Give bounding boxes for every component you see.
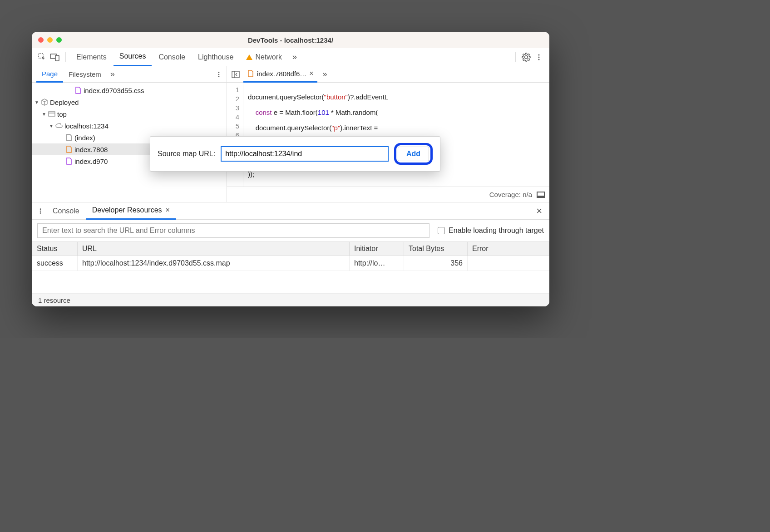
close-tab-icon[interactable]: × [309, 69, 313, 78]
table-row-empty [32, 271, 549, 294]
col-url[interactable]: URL [78, 242, 350, 256]
more-editor-tabs-icon[interactable]: » [319, 69, 331, 79]
col-initiator[interactable]: Initiator [350, 242, 404, 256]
col-total-bytes[interactable]: Total Bytes [404, 242, 468, 256]
more-subtabs-icon[interactable]: » [107, 69, 118, 79]
svg-point-15 [40, 212, 41, 214]
source-map-label: Source map URL: [158, 150, 215, 158]
tree-host[interactable]: ▼ localhost:1234 [32, 120, 227, 132]
enable-loading-checkbox[interactable]: Enable loading through target [438, 227, 544, 235]
close-drawer-tab-icon[interactable]: × [166, 206, 170, 214]
add-button[interactable]: Add [398, 147, 429, 161]
chevron-down-icon: ▼ [42, 112, 46, 117]
col-status[interactable]: Status [32, 242, 78, 256]
drawer-tabs: Console Developer Resources × × [32, 202, 549, 220]
toggle-navigator-icon[interactable] [230, 69, 242, 80]
kebab-menu-icon[interactable] [533, 51, 545, 63]
minimize-window-button[interactable] [47, 37, 53, 43]
navigator-menu-icon[interactable] [213, 69, 225, 80]
drawer-menu-icon[interactable] [35, 205, 46, 217]
zoom-window-button[interactable] [56, 37, 62, 43]
drawer-statusbar: 1 resource [32, 294, 549, 306]
svg-rect-9 [49, 112, 55, 116]
coverage-toggle-icon[interactable] [537, 192, 545, 198]
subtab-page[interactable]: Page [36, 66, 63, 83]
file-icon [65, 146, 73, 153]
device-toggle-icon[interactable] [49, 51, 61, 63]
svg-rect-2 [55, 55, 59, 61]
source-map-url-input[interactable] [221, 146, 389, 162]
navigator-pane: Page Filesystem » index.d9703d55.css ▼ D… [32, 66, 227, 202]
svg-point-3 [538, 54, 540, 55]
devtools-window: DevTools - localhost:1234/ Elements Sour… [32, 32, 549, 306]
editor-tab-active[interactable]: index.7808df6… × [243, 66, 317, 83]
tab-console[interactable]: Console [153, 48, 191, 66]
tab-elements[interactable]: Elements [70, 48, 113, 66]
drawer-toolbar: Enable loading through target [32, 220, 549, 241]
col-error[interactable]: Error [468, 242, 549, 256]
window-controls [38, 37, 62, 43]
chevron-down-icon: ▼ [35, 100, 39, 105]
drawer: Console Developer Resources × × Enable l… [32, 202, 549, 306]
tab-network[interactable]: Network [240, 48, 288, 66]
coverage-label: Coverage: n/a [489, 191, 532, 198]
search-input[interactable] [37, 223, 429, 238]
svg-point-13 [40, 208, 41, 210]
file-icon [65, 134, 73, 141]
frame-icon [48, 110, 55, 118]
editor-pane: index.7808df6… × » 1234567 document.quer… [227, 66, 549, 202]
cube-icon [41, 99, 48, 106]
settings-gear-icon[interactable] [520, 51, 532, 63]
subtab-filesystem[interactable]: Filesystem [63, 66, 107, 83]
tab-sources[interactable]: Sources [114, 48, 152, 66]
navigator-tabs: Page Filesystem » [32, 66, 227, 83]
tab-lighthouse[interactable]: Lighthouse [192, 48, 239, 66]
svg-point-7 [218, 74, 220, 75]
inspect-icon[interactable] [36, 51, 48, 63]
titlebar: DevTools - localhost:1234/ [32, 32, 549, 48]
window-title: DevTools - localhost:1234/ [32, 36, 549, 44]
file-icon [247, 70, 254, 77]
svg-point-6 [218, 72, 220, 73]
tree-deployed[interactable]: ▼ Deployed [32, 96, 227, 108]
drawer-tab-devres[interactable]: Developer Resources × [86, 202, 176, 220]
tree-top[interactable]: ▼ top [32, 108, 227, 120]
svg-point-14 [40, 210, 41, 212]
resources-table: Status URL Initiator Total Bytes Error s… [32, 241, 549, 294]
source-map-dialog: Source map URL: Add [150, 136, 440, 172]
more-tabs-icon[interactable]: » [289, 52, 301, 62]
checkbox-icon [438, 227, 445, 234]
close-window-button[interactable] [38, 37, 44, 43]
add-button-highlight: Add [394, 143, 433, 165]
editor-tabs: index.7808df6… × » [227, 66, 549, 83]
close-drawer-icon[interactable]: × [532, 205, 547, 217]
main-area: Page Filesystem » index.d9703d55.css ▼ D… [32, 66, 549, 202]
svg-point-8 [218, 76, 220, 77]
cloud-icon [55, 122, 63, 129]
main-toolbar: Elements Sources Console Lighthouse Netw… [32, 48, 549, 66]
editor-footer: Coverage: n/a [227, 187, 549, 202]
warning-icon [246, 54, 252, 60]
svg-point-4 [538, 56, 540, 58]
table-row[interactable]: success http://localhost:1234/index.d970… [32, 256, 549, 271]
file-icon [74, 87, 82, 94]
drawer-tab-console[interactable]: Console [46, 202, 86, 220]
file-icon [65, 158, 73, 165]
svg-point-5 [538, 59, 540, 60]
chevron-down-icon: ▼ [49, 123, 54, 128]
tree-file-css[interactable]: index.d9703d55.css [32, 84, 227, 96]
